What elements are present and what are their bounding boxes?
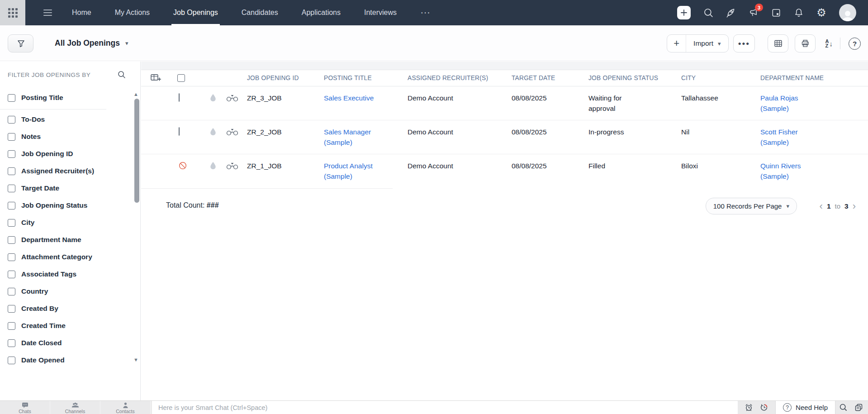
table-view-button[interactable] <box>768 34 788 52</box>
posting-title-link[interactable]: Sales Manager (Sample) <box>324 127 392 148</box>
checkbox[interactable] <box>8 305 15 313</box>
checkbox[interactable] <box>8 236 15 244</box>
checkbox[interactable] <box>8 271 15 278</box>
reminder-alarm-icon[interactable] <box>741 403 756 412</box>
chat-tab-chats[interactable]: Chats <box>0 401 50 414</box>
sidebar-item-posting-title[interactable]: Posting Title <box>0 88 140 108</box>
job-openings-table: JOB OPENING ID POSTING TITLE ASSIGNED RE… <box>141 62 868 400</box>
sidebar-item-date-closed[interactable]: Date Closed <box>0 334 140 352</box>
department-name-link[interactable]: Scott Fisher (Sample) <box>760 127 818 148</box>
sidebar-scrollbar-thumb[interactable] <box>134 99 139 203</box>
table-row[interactable]: ZR_1_JOB Product Analyst (Sample) Demo A… <box>141 154 868 188</box>
nav-more-icon[interactable]: ⋯ <box>418 0 432 25</box>
sidebar-item-department-name[interactable]: Department Name <box>0 231 140 248</box>
chat-tab-channels[interactable]: Channels <box>50 401 100 414</box>
checkbox[interactable] <box>8 94 15 102</box>
avatar[interactable] <box>839 4 856 21</box>
department-name-link[interactable]: Paula Rojas (Sample) <box>760 93 818 114</box>
sort-button[interactable]: AZ ↓ <box>825 39 833 48</box>
add-job-opening-button[interactable]: + <box>667 35 686 52</box>
checkbox[interactable] <box>8 116 15 124</box>
nav-tab-job-openings[interactable]: Job Openings <box>171 0 220 25</box>
nav-tab-applications[interactable]: Applications <box>300 0 342 25</box>
help-button[interactable]: ? <box>849 38 861 50</box>
chat-tab-contacts[interactable]: Contacts <box>100 401 151 414</box>
smart-chat-input[interactable] <box>152 401 738 414</box>
nav-tab-interviews[interactable]: Interviews <box>362 0 398 25</box>
quick-create-button[interactable] <box>677 6 691 19</box>
checkbox[interactable] <box>8 288 15 295</box>
checkbox[interactable] <box>8 253 15 261</box>
chat-search-icon[interactable] <box>835 403 851 412</box>
hamburger-menu-icon[interactable] <box>43 10 52 16</box>
checkbox[interactable] <box>8 357 15 364</box>
posting-title-link[interactable]: Product Analyst (Sample) <box>324 161 392 181</box>
row-checkbox[interactable] <box>179 127 180 136</box>
preview-glasses-icon[interactable] <box>226 162 238 170</box>
total-count-value: ### <box>207 201 219 209</box>
sidebar-item-job-opening-status[interactable]: Job Opening Status <box>0 197 140 214</box>
add-column-icon[interactable] <box>150 73 161 84</box>
sidebar-item-country[interactable]: Country <box>0 283 140 300</box>
column-header-city[interactable]: CITY <box>677 75 756 81</box>
rocket-icon[interactable] <box>726 8 736 18</box>
more-actions-button[interactable]: ●●● <box>733 34 755 52</box>
select-all-checkbox[interactable] <box>177 74 185 82</box>
column-header-department-name[interactable]: DEPARTMENT NAME <box>756 75 868 81</box>
filter-button[interactable] <box>8 34 33 52</box>
checkbox[interactable] <box>8 202 15 209</box>
history-icon[interactable] <box>756 403 772 412</box>
table-row[interactable]: ZR_3_JOB Sales Executive Demo Account 08… <box>141 86 868 120</box>
sidebar-item-associated-tags[interactable]: Associated Tags <box>0 266 140 283</box>
row-checkbox[interactable] <box>179 93 180 102</box>
checkbox[interactable] <box>8 133 15 141</box>
scroll-down-icon[interactable]: ▼ <box>133 357 138 362</box>
posting-title-link[interactable]: Sales Executive <box>324 93 374 103</box>
records-per-page-dropdown[interactable]: 100 Records Per Page ▾ <box>706 198 797 214</box>
checkbox[interactable] <box>8 339 15 347</box>
sidebar-item-created-time[interactable]: Created Time <box>0 317 140 334</box>
nav-tab-my-actions[interactable]: My Actions <box>113 0 152 25</box>
announcements-icon[interactable]: 3 <box>749 8 759 18</box>
column-header-assigned-recruiters[interactable]: ASSIGNED RECRUITER(S) <box>403 75 508 81</box>
import-button[interactable]: Import ▾ <box>686 35 728 52</box>
sidebar-item-assigned-recruiters[interactable]: Assigned Recruiter(s) <box>0 162 140 180</box>
checkbox[interactable] <box>8 219 15 227</box>
sidebar-item-target-date[interactable]: Target Date <box>0 180 140 197</box>
gear-icon[interactable]: ⚙ <box>816 8 826 18</box>
previous-page-icon[interactable]: ‹ <box>820 201 823 211</box>
sidebar-item-to-dos[interactable]: To-Dos <box>0 111 140 128</box>
app-launcher-button[interactable] <box>0 0 25 25</box>
print-button[interactable] <box>795 34 816 52</box>
sidebar-item-created-by[interactable]: Created By <box>0 300 140 317</box>
filter-sidebar-title: FILTER JOB OPENINGS BY <box>8 71 90 78</box>
bell-icon[interactable] <box>794 8 804 18</box>
preview-glasses-icon[interactable] <box>226 94 238 102</box>
checkbox[interactable] <box>8 150 15 158</box>
search-icon[interactable] <box>703 8 713 18</box>
calendar-icon[interactable] <box>771 8 781 18</box>
nav-tab-candidates[interactable]: Candidates <box>240 0 280 25</box>
sidebar-item-job-opening-id[interactable]: Job Opening ID <box>0 145 140 162</box>
table-row[interactable]: ZR_2_JOB Sales Manager (Sample) Demo Acc… <box>141 120 868 154</box>
sidebar-item-date-opened[interactable]: Date Opened <box>0 352 140 369</box>
sidebar-item-notes[interactable]: Notes <box>0 128 140 145</box>
column-header-job-opening-id[interactable]: JOB OPENING ID <box>243 75 320 81</box>
next-page-icon[interactable]: › <box>853 201 856 211</box>
scroll-up-icon[interactable]: ▲ <box>133 91 138 97</box>
sidebar-item-attachment-category[interactable]: Attachment Category <box>0 248 140 266</box>
checkbox[interactable] <box>8 322 15 330</box>
department-name-link[interactable]: Quinn Rivers (Sample) <box>760 161 818 181</box>
view-selector[interactable]: All Job Openings ▾ <box>55 25 128 61</box>
column-header-target-date[interactable]: TARGET DATE <box>508 75 584 81</box>
sidebar-item-city[interactable]: City <box>0 214 140 231</box>
checkbox[interactable] <box>8 167 15 175</box>
feedback-copy-icon[interactable] <box>851 403 866 412</box>
need-help-button[interactable]: ? Need Help <box>775 401 835 414</box>
nav-tab-home[interactable]: Home <box>70 0 93 25</box>
column-header-job-opening-status[interactable]: JOB OPENING STATUS <box>584 75 677 81</box>
column-header-posting-title[interactable]: POSTING TITLE <box>320 75 403 81</box>
checkbox[interactable] <box>8 185 15 192</box>
sidebar-search-icon[interactable] <box>118 71 126 81</box>
preview-glasses-icon[interactable] <box>226 128 238 136</box>
